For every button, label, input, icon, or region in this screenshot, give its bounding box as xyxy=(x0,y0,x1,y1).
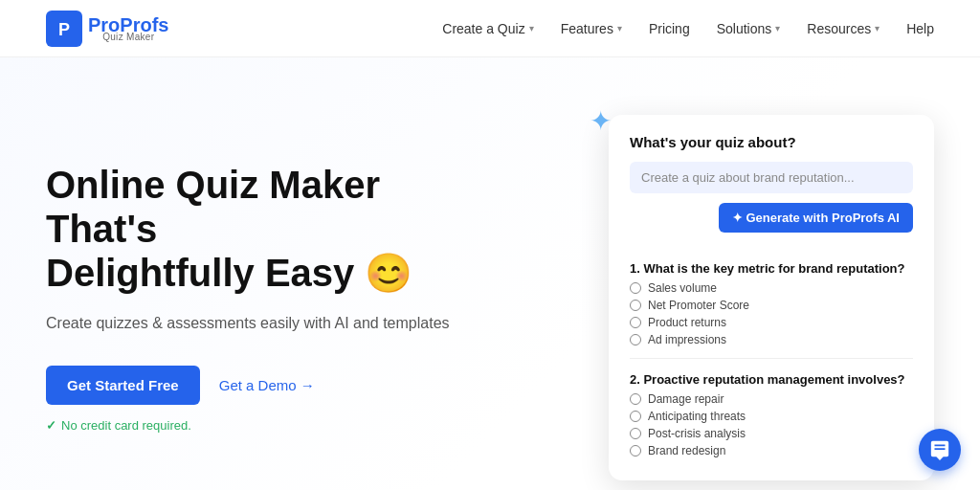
radio-icon xyxy=(630,300,641,311)
quiz-input-placeholder[interactable]: Create a quiz about brand reputation... xyxy=(630,162,913,193)
logo-subtitle: Quiz Maker xyxy=(88,33,168,42)
no-credit-card-notice: ✓ No credit card required. xyxy=(46,418,486,433)
logo-icon: P xyxy=(46,11,82,47)
chevron-down-icon: ▾ xyxy=(875,23,880,33)
radio-icon xyxy=(630,393,641,405)
check-icon: ✓ xyxy=(46,418,56,433)
radio-icon xyxy=(630,411,641,422)
quiz-option: Post-crisis analysis xyxy=(630,427,913,440)
nav-help[interactable]: Help xyxy=(906,21,934,36)
sparkle-icon: ✦ xyxy=(590,105,612,137)
nav-features[interactable]: Features ▾ xyxy=(561,21,622,36)
navbar: P ProProfs Quiz Maker Create a Quiz ▾ Fe… xyxy=(0,0,980,57)
radio-icon xyxy=(630,445,641,457)
quiz-question-2: 2. Proactive reputation management invol… xyxy=(630,372,913,387)
logo[interactable]: P ProProfs Quiz Maker xyxy=(46,11,168,47)
quiz-option: Net Promoter Score xyxy=(630,299,913,312)
quiz-card-title: What's your quiz about? xyxy=(630,134,913,150)
nav-solutions[interactable]: Solutions ▾ xyxy=(717,21,781,36)
quiz-card: What's your quiz about? Create a quiz ab… xyxy=(609,115,934,480)
nav-pricing[interactable]: Pricing xyxy=(649,21,690,36)
hero-left: Online Quiz Maker That's Delightfully Ea… xyxy=(46,163,486,433)
svg-text:P: P xyxy=(58,20,70,39)
nav-links: Create a Quiz ▾ Features ▾ Pricing Solut… xyxy=(442,21,934,36)
hero-subtext: Create quizzes & assessments easily with… xyxy=(46,312,486,335)
nav-resources[interactable]: Resources ▾ xyxy=(807,21,880,36)
get-started-button[interactable]: Get Started Free xyxy=(46,366,200,405)
radio-icon xyxy=(630,317,641,328)
generate-quiz-button[interactable]: ✦ Generate with ProProfs AI xyxy=(719,203,913,233)
chevron-down-icon: ▾ xyxy=(529,23,534,33)
quiz-option: Product returns xyxy=(630,316,913,329)
quiz-option: Damage repair xyxy=(630,392,913,406)
radio-icon xyxy=(630,334,641,345)
quiz-option: Brand redesign xyxy=(630,444,913,457)
nav-create-quiz[interactable]: Create a Quiz ▾ xyxy=(442,21,533,36)
quiz-option: Anticipating threats xyxy=(630,410,913,423)
chevron-down-icon: ▾ xyxy=(617,23,622,33)
quiz-option: Sales volume xyxy=(630,281,913,295)
hero-cta: Get Started Free Get a Demo → xyxy=(46,366,486,405)
chat-bubble-button[interactable] xyxy=(919,429,961,471)
radio-icon xyxy=(630,282,641,294)
quiz-question-1: 1. What is the key metric for brand repu… xyxy=(630,261,913,276)
hero-section: Online Quiz Maker That's Delightfully Ea… xyxy=(0,57,980,490)
hero-right: ✦ What's your quiz about? Create a quiz … xyxy=(609,115,934,480)
hero-heading: Online Quiz Maker That's Delightfully Ea… xyxy=(46,163,486,295)
quiz-option: Ad impressions xyxy=(630,333,913,346)
radio-icon xyxy=(630,428,641,439)
quiz-divider xyxy=(630,358,913,359)
chat-icon xyxy=(929,439,950,460)
chevron-down-icon: ▾ xyxy=(775,23,780,33)
get-demo-button[interactable]: Get a Demo → xyxy=(219,377,315,393)
